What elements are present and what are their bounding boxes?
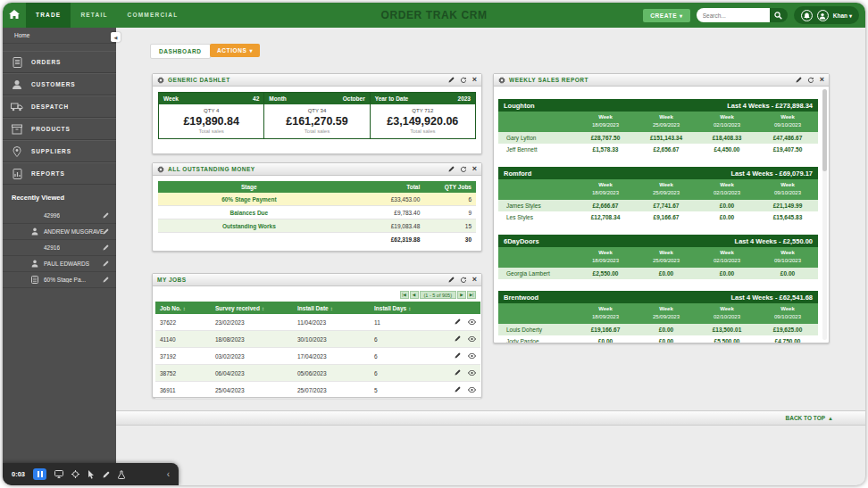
gear-icon[interactable] [498,77,505,84]
eye-icon[interactable] [468,387,476,393]
sidebar-item-customers[interactable]: CUSTOMERS [3,73,116,95]
sort-icon[interactable]: ↕ [262,306,264,311]
recorder-toolbar: 0:03 ‹ [3,463,179,485]
table-row[interactable]: Outstanding Works £19,083.48 15 [158,219,476,233]
tab-retail[interactable]: RETAIL [71,3,117,28]
topbar-right: CREATE ▾ Khan ▾ [643,3,859,28]
pencil-icon[interactable] [103,228,109,235]
pencil-icon[interactable] [455,352,461,359]
eye-icon[interactable] [468,353,476,359]
close-icon[interactable]: × [820,77,824,83]
refresh-icon[interactable] [460,277,467,284]
stage-cell[interactable]: Balances Due [158,206,340,219]
name-column-spacer [498,179,575,200]
pencil-icon[interactable] [448,166,455,172]
tab-commercial[interactable]: COMMERCIAL [118,3,188,28]
pagination-first-button[interactable]: |◀ [400,291,409,299]
recent-item-paul-edwards[interactable]: PAUL EDWARDS [3,256,116,272]
table-row[interactable]: 37622 23/02/2023 11/04/2023 11 [155,314,480,331]
sidebar-item-home[interactable]: Home [3,28,116,44]
sort-icon[interactable]: ↕ [183,306,186,311]
actions-button[interactable]: ACTIONS ▾ [210,44,260,57]
refresh-icon[interactable] [807,77,814,84]
flask-icon[interactable] [118,470,125,479]
chevron-left-icon[interactable]: ‹ [167,469,170,479]
install-date-cell: 05/06/2023 [293,365,370,382]
sidebar-item-reports[interactable]: REPORTS [3,162,116,185]
pencil-icon[interactable] [455,335,461,342]
eye-icon[interactable] [468,319,476,325]
sidebar-item-despatch[interactable]: DESPATCH [3,95,116,118]
column-header-install-date[interactable]: Install Date↕ [293,302,370,314]
pencil-icon[interactable] [103,244,109,251]
eye-icon[interactable] [468,336,476,342]
table-row[interactable]: 36911 25/04/2023 25/07/2023 5 [155,382,480,399]
cursor-icon[interactable] [88,470,95,479]
recent-item-60-stage[interactable]: 60% Stage Pa... [3,272,116,288]
search-button[interactable] [770,8,788,22]
close-icon[interactable]: × [472,77,477,83]
close-icon[interactable]: × [472,166,477,172]
refresh-icon[interactable] [460,77,467,84]
dashboard-button[interactable]: DASHBOARD [150,44,211,59]
period-label: Month [269,95,287,102]
create-button[interactable]: CREATE ▾ [643,9,689,22]
notifications-button[interactable] [801,10,813,21]
user-menu[interactable]: Khan ▾ [833,12,852,19]
pencil-icon[interactable] [448,77,455,83]
pencil-icon[interactable] [103,471,110,478]
sidebar-item-orders[interactable]: ORDERS [3,51,116,73]
pagination-next-button[interactable]: ▶ [457,291,466,299]
sidebar-collapse-button[interactable]: ◀ [111,32,121,42]
job-no-cell: 37192 [155,348,211,365]
scrollbar-track[interactable] [822,89,827,340]
period-label: Year to Date [375,95,409,102]
back-to-top-button[interactable]: BACK TO TOP ▲ [786,415,834,421]
close-icon[interactable]: × [472,277,477,283]
recent-item-42996[interactable]: 42996 [3,208,116,224]
column-header-install-days[interactable]: Install Days↕ [370,302,429,314]
recent-item-andrew-musgrave[interactable]: ANDREW MUSGRAVE [3,224,116,240]
tab-trade[interactable]: TRADE [26,3,71,28]
gear-icon[interactable] [157,166,164,173]
table-row[interactable]: 41140 18/08/2023 30/10/2023 6 [155,331,480,348]
refresh-icon[interactable] [460,166,467,173]
gear-icon[interactable] [157,77,164,84]
table-row[interactable]: Balances Due £9,783.40 9 [158,206,476,219]
sidebar-item-suppliers[interactable]: SUPPLIERS [3,140,116,162]
stage-cell[interactable]: Outstanding Works [158,219,340,233]
job-no-cell: 38752 [155,365,211,382]
pencil-icon[interactable] [455,369,461,376]
sort-icon[interactable]: ↕ [330,306,333,311]
pencil-icon[interactable] [796,77,802,83]
pencil-icon[interactable] [103,261,109,267]
pagination-last-button[interactable]: ▶| [467,291,476,299]
stage-cell[interactable]: 60% Stage Payment [158,193,340,206]
install-date-cell: 11/04/2023 [293,314,370,331]
scrollbar-thumb[interactable] [822,89,827,171]
recent-item-42916[interactable]: 42916 [3,240,116,256]
sort-icon[interactable]: ↕ [408,306,411,311]
eye-icon[interactable] [468,370,476,376]
pencil-icon[interactable] [455,318,461,325]
column-header-job-no[interactable]: Job No.↕ [155,302,211,314]
sidebar-nav: ORDERS CUSTOMERS DESPATCH PRODUCTS SUPPL… [3,51,116,185]
table-row[interactable]: 38752 06/04/2023 05/06/2023 6 [155,365,480,382]
table-row[interactable]: 37192 03/02/2023 17/04/2023 6 [155,348,480,365]
pencil-icon[interactable] [103,277,109,283]
sidebar-item-products[interactable]: PRODUCTS [3,118,116,140]
pause-button[interactable] [33,468,46,480]
monitor-icon[interactable] [54,470,63,478]
install-date-cell: 17/04/2023 [293,348,370,365]
table-row[interactable]: 60% Stage Payment £33,453.00 6 [158,193,476,206]
column-header-survey-received[interactable]: Survey received↕ [211,302,293,314]
pencil-icon[interactable] [103,212,109,219]
search-input[interactable] [697,8,770,22]
week-column-header: Week09/10/2023 [757,179,818,200]
target-icon[interactable] [71,470,79,478]
user-avatar-button[interactable] [817,10,829,21]
pencil-icon[interactable] [448,277,455,283]
home-button[interactable] [3,3,26,28]
pagination-prev-button[interactable]: ◀ [410,291,419,299]
pencil-icon[interactable] [455,386,461,393]
